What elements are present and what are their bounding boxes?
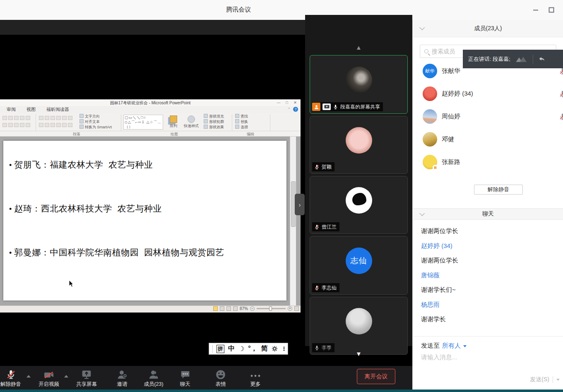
send-to-label: 发送至 [421, 342, 440, 350]
tile-name: 贺颖 [322, 164, 332, 171]
video-tile-sharer[interactable]: 段嘉嘉的屏幕共享 [310, 55, 408, 114]
avatar: 志仙 [346, 248, 372, 274]
ppt-shape-effects: 形状效果 [204, 125, 224, 130]
video-tile[interactable]: 曾江兰 [310, 176, 408, 234]
avatar [346, 187, 372, 214]
ime-punctuation-icon[interactable]: °， [248, 344, 257, 353]
slide-bullet-1: 贺朋飞：福建农林大学 农艺与种业 [9, 159, 153, 171]
send-options-caret-icon[interactable] [556, 379, 560, 381]
unmute-button[interactable]: 解除静音 [474, 185, 523, 195]
collapse-chat-icon[interactable] [419, 211, 425, 216]
ppt-text-direction: 文字方向 [79, 114, 112, 119]
more-dots-icon [245, 368, 266, 380]
avatar: 献华 [423, 64, 437, 78]
video-options-chevron-icon[interactable] [64, 375, 68, 378]
chat-button[interactable]: 聊天 [174, 368, 196, 388]
collapse-members-icon[interactable] [419, 25, 425, 30]
tile-name: 段嘉嘉的屏幕共享 [340, 103, 380, 111]
members-button[interactable]: 成员(23) [140, 368, 167, 388]
video-tile[interactable]: 志仙 李志仙 [310, 236, 408, 295]
ppt-close-icon: ✕ [291, 100, 299, 105]
app-titlebar: 腾讯会议 [0, 0, 563, 20]
tile-name: 李季 [322, 344, 332, 351]
chat-input-divider [413, 336, 563, 337]
shared-powerpoint-window: 园林17考研就业班会 - Microsoft PowerPoint — □ ✕ … [0, 99, 301, 313]
ppt-help-icon: ? [293, 107, 298, 112]
ppt-statusbar: 87% − + [0, 305, 301, 313]
mic-muted-icon [314, 164, 320, 170]
tiles-scroll-down-icon[interactable]: ▼ [356, 350, 362, 357]
chat-message: 谢谢学长们~ [421, 282, 558, 297]
mic-muted-icon [314, 224, 320, 230]
member-row[interactable]: 周仙婷 [413, 105, 563, 128]
mic-on-icon [333, 104, 338, 110]
start-video-button[interactable]: 开启视频 [36, 368, 62, 388]
send-divider [553, 376, 553, 383]
ppt-zoom-slider [257, 308, 286, 309]
members-person-icon [140, 368, 167, 380]
minimize-button[interactable] [530, 6, 541, 14]
ppt-align-text: 对齐文本 [79, 119, 112, 125]
tiles-scroll-up-icon[interactable]: ▲ [356, 44, 362, 51]
members-header-title: 成员(23人) [474, 25, 502, 32]
chevron-down-icon[interactable] [463, 345, 467, 347]
member-row[interactable]: 张新路 [413, 151, 563, 173]
ime-settings-gear-icon[interactable] [272, 346, 278, 352]
invite-person-icon [110, 368, 134, 380]
ppt-scrollbar [290, 137, 296, 305]
chat-message-input[interactable] [421, 354, 553, 361]
ppt-ribbon-tabs: 审阅 视图 福昕阅读器 [0, 106, 301, 113]
video-tile[interactable]: 李季 [310, 297, 408, 355]
video-tile[interactable]: 贺颖 [310, 116, 408, 174]
slide-bullet-3: 郭曼娜：中国科学院华南植物园 园林植物与观赏园艺 [9, 247, 224, 258]
mic-muted-icon [559, 67, 563, 75]
maximize-button[interactable] [546, 6, 557, 14]
invite-button[interactable]: 邀请 [110, 368, 134, 388]
member-row[interactable]: 赵婷婷 (34) [413, 82, 563, 105]
mic-muted-icon [559, 113, 563, 120]
unmute-toolbar-button[interactable]: 解除静音 [0, 368, 26, 388]
chat-message: 谢谢学长 [421, 312, 558, 327]
ppt-arrange-button: 排列 [166, 115, 180, 130]
ppt-select: 选择 [235, 125, 248, 130]
ppt-shape-fill: 形状填充 [204, 114, 224, 119]
member-name: 张新路 [442, 158, 460, 166]
toast-divider [533, 55, 533, 64]
avatar [423, 155, 437, 169]
ppt-shapes-gallery: ▢▭＼＼□○ ◇△⌒⌐⇨⇩ △☆⌒﹏（） [123, 115, 163, 130]
avatar [423, 132, 437, 147]
ppt-convert-smartart: 转换为 SmartArt [79, 125, 112, 130]
send-to-selector[interactable]: 所有人 [442, 342, 461, 350]
leave-meeting-button[interactable]: 离开会议 [357, 369, 395, 384]
more-button[interactable]: 更多 [245, 368, 266, 388]
window-bottom-edge [0, 390, 563, 392]
ime-expand-icon[interactable]: ⋮ [282, 346, 287, 352]
chat-messages: 谢谢两位学长 赵婷婷 (34) 谢谢两位学长 唐锦薇 谢谢学长们~ 杨思雨 谢谢… [421, 224, 558, 327]
ppt-view-normal-icon [213, 306, 218, 311]
tile-name: 李志仙 [322, 284, 337, 291]
mic-muted-icon [314, 285, 320, 291]
avatar [423, 109, 437, 124]
emoji-button[interactable]: 表情 [209, 368, 232, 388]
ime-chinese-mode-icon[interactable]: 中 [228, 344, 235, 353]
ppt-find: 查找 [235, 114, 248, 119]
mic-options-chevron-icon[interactable] [26, 375, 31, 378]
chat-message: 谢谢两位学长 [421, 253, 558, 268]
reply-arrow-icon[interactable] [538, 56, 546, 63]
member-name: 周仙婷 [442, 113, 460, 120]
members-header: 成员(23人) [413, 20, 563, 37]
chat-sender-name: 赵婷婷 (34) [421, 238, 558, 253]
ppt-ribbon: 文字方向 对齐文本 转换为 SmartArt ▢▭＼＼□○ ◇△⌒⌐⇨⇩ △☆⌒… [0, 113, 301, 131]
ime-simplified-icon[interactable]: 简 [261, 344, 268, 353]
share-screen-button[interactable]: 共享屏幕 [73, 368, 100, 388]
member-row[interactable]: 邓健 [413, 128, 563, 151]
meeting-logo-icon [514, 55, 528, 63]
ime-pinyin-icon[interactable]: 拼 [217, 345, 224, 353]
ime-fullwidth-icon[interactable]: ☽ [238, 345, 244, 353]
ppt-view-slideshow-icon [233, 306, 238, 311]
send-button[interactable]: 发送(S) [530, 376, 549, 383]
expand-sidebar-handle[interactable]: › [295, 194, 305, 215]
avatar [346, 67, 372, 93]
ppt-pin-ribbon-icon: ⌃ [287, 107, 291, 111]
chat-message: 谢谢两位学长 [421, 224, 558, 238]
